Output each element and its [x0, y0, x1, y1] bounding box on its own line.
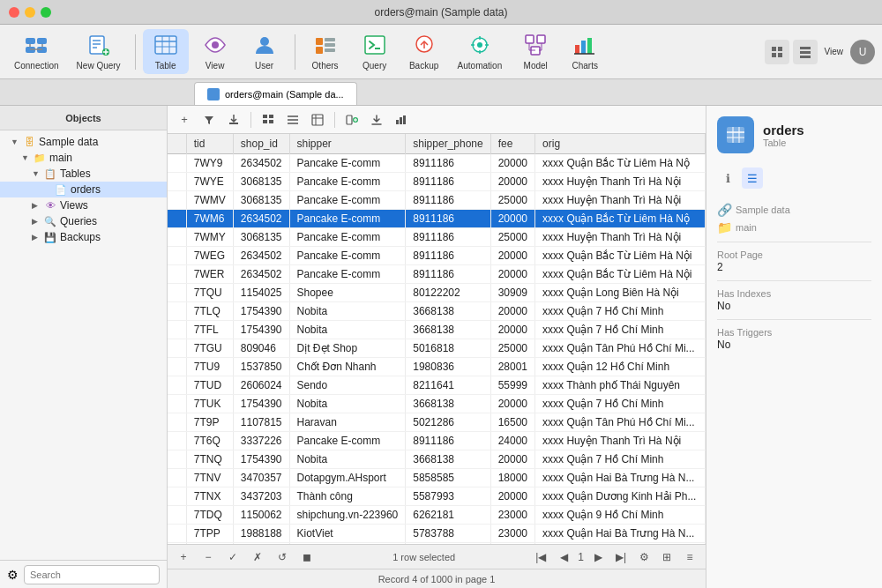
cell-orig[interactable]: xxxx Quận Tân Phú Hồ Chí Mi...: [535, 339, 706, 358]
table-row[interactable]: 7TUK1754390Nobita366813820000xxxx Quận 7…: [168, 395, 706, 413]
cell-tid[interactable]: 7WER: [186, 265, 233, 284]
tab-orders[interactable]: orders@main (Sample da...: [194, 82, 357, 105]
table-row[interactable]: 7WMY3068135Pancake E-comm891118625000xxx…: [168, 228, 706, 247]
cell-shipper_phone[interactable]: 1980836: [406, 358, 490, 376]
col-header-tid[interactable]: tid: [186, 134, 233, 154]
filter-button[interactable]: [199, 110, 219, 130]
table-row[interactable]: 7TNX3437203Thành công558799320000xxxx Qu…: [168, 488, 706, 506]
cell-tid[interactable]: 7WMV: [186, 191, 233, 210]
cell-tid[interactable]: 7TQU: [186, 284, 233, 302]
table-row[interactable]: 7TNQ1754390Nobita366813820000xxxx Quận 7…: [168, 450, 706, 469]
add-column-button[interactable]: [342, 110, 362, 130]
table-row[interactable]: 7WY92634502Pancake E-comm891118620000xxx…: [168, 154, 706, 173]
minimize-button[interactable]: [25, 7, 35, 18]
cell-shipper_phone[interactable]: 5858585: [406, 469, 490, 488]
delete-record-button[interactable]: −: [199, 548, 217, 566]
cell-tid[interactable]: 7TU9: [186, 358, 233, 376]
cell-shop_id[interactable]: 3068135: [233, 228, 289, 247]
view-btn-1[interactable]: [765, 40, 789, 64]
cell-fee[interactable]: 20000: [490, 265, 534, 284]
cell-shop_id[interactable]: 3068135: [233, 191, 289, 210]
cell-tid[interactable]: 7TPP: [186, 525, 233, 543]
cell-shop_id[interactable]: 2634502: [233, 265, 289, 284]
cell-orig[interactable]: xxxx Quận Dương Kinh Hải Ph...: [535, 488, 706, 506]
cell-shipper[interactable]: Pancake E-comm: [289, 228, 406, 247]
cell-shipper_phone[interactable]: 8911186: [406, 247, 490, 265]
toolbar-backup[interactable]: Backup: [401, 29, 447, 74]
cell-tid[interactable]: 7T9P: [186, 413, 233, 432]
cell-row_num[interactable]: [168, 469, 186, 488]
col-header-shop-id[interactable]: shop_id: [233, 134, 289, 154]
cell-tid[interactable]: 7WY9: [186, 154, 233, 173]
grid-view-button[interactable]: [258, 110, 278, 130]
toolbar-user[interactable]: User: [242, 29, 288, 74]
cell-fee[interactable]: 16500: [490, 413, 534, 432]
cell-shipper[interactable]: Pancake E-comm: [289, 173, 406, 191]
table-row[interactable]: 7TDQ1150062shipchung.vn-2239606262181230…: [168, 506, 706, 525]
cell-orig[interactable]: xxxx Quận Bắc Từ Liêm Hà Nội: [535, 247, 706, 265]
cell-fee[interactable]: 23000: [490, 525, 534, 543]
cell-shipper[interactable]: Nobita: [289, 302, 406, 321]
cell-orig[interactable]: xxxx Quận 7 Hồ Chí Minh: [535, 302, 706, 321]
toolbar-charts[interactable]: Charts: [562, 29, 608, 74]
cell-row_num[interactable]: [168, 413, 186, 432]
cell-shipper_phone[interactable]: 8911186: [406, 210, 490, 228]
panel-tab-info[interactable]: ℹ: [717, 167, 738, 189]
table-view-button[interactable]: [308, 110, 327, 130]
col-header-shipper[interactable]: shipper: [289, 134, 406, 154]
stop-button[interactable]: ◼: [298, 548, 316, 566]
cell-tid[interactable]: 7T6Q: [186, 432, 233, 450]
cell-tid[interactable]: 7TNV: [186, 469, 233, 488]
table-row[interactable]: 7TQU1154025Shopee8012220230909xxxx Quận …: [168, 284, 706, 302]
cell-shipper[interactable]: Pancake E-comm: [289, 265, 406, 284]
cell-fee[interactable]: 20000: [490, 488, 534, 506]
cell-row_num[interactable]: [168, 432, 186, 450]
chart-button[interactable]: [392, 110, 411, 130]
cell-row_num[interactable]: [168, 450, 186, 469]
cell-shipper[interactable]: shipchung.vn-223960: [289, 506, 406, 525]
cell-orig[interactable]: xxxx Quận Bắc Từ Liêm Hà Nộ: [535, 154, 706, 173]
cell-shop_id[interactable]: 1988188: [233, 525, 289, 543]
table-row[interactable]: 7WER2634502Pancake E-comm891118620000xxx…: [168, 265, 706, 284]
sidebar-item-views[interactable]: ▶ 👁 Views: [0, 197, 167, 213]
cell-orig[interactable]: xxxx Quận Hai Bà Trưng Hà N...: [535, 525, 706, 543]
toolbar-query[interactable]: Query: [352, 29, 398, 74]
maximize-button[interactable]: [41, 7, 51, 18]
grid-mode-button[interactable]: ⊞: [658, 548, 676, 566]
next-page-button[interactable]: ▶: [589, 548, 607, 566]
cell-tid[interactable]: 7TNQ: [186, 450, 233, 469]
view-btn-2[interactable]: [793, 40, 818, 64]
cell-shipper[interactable]: Nobita: [289, 395, 406, 413]
table-row[interactable]: 7TU91537850Chốt Đơn Nhanh198083628001xxx…: [168, 358, 706, 376]
table-row[interactable]: 7WEG2634502Pancake E-comm891118620000xxx…: [168, 247, 706, 265]
cell-shop_id[interactable]: 1754390: [233, 395, 289, 413]
cell-tid[interactable]: 7TUD: [186, 376, 233, 395]
table-row[interactable]: 7TUD2606024Sendo821164155999xxxx Thành p…: [168, 376, 706, 395]
cell-shop_id[interactable]: 3470357: [233, 469, 289, 488]
cell-shop_id[interactable]: 3068135: [233, 173, 289, 191]
col-header-fee[interactable]: fee: [490, 134, 534, 154]
cell-shipper[interactable]: Pancake E-comm: [289, 191, 406, 210]
cell-shipper_phone[interactable]: 3668138: [406, 321, 490, 339]
sidebar-item-orders[interactable]: 📄 orders: [0, 182, 167, 197]
table-row[interactable]: 7WM62634502Pancake E-comm891118620000xxx…: [168, 210, 706, 228]
cell-orig[interactable]: xxxx Quận 7 Hồ Chí Minh: [535, 450, 706, 469]
discard-button[interactable]: ✗: [249, 548, 266, 566]
cell-row_num[interactable]: [168, 228, 186, 247]
window-controls[interactable]: [9, 7, 51, 18]
cell-fee[interactable]: 55999: [490, 376, 534, 395]
cell-fee[interactable]: 20000: [490, 450, 534, 469]
cell-shipper_phone[interactable]: 80122202: [406, 284, 490, 302]
cell-shop_id[interactable]: 1107815: [233, 413, 289, 432]
cell-orig[interactable]: xxxx Quận Hai Bà Trưng Hà N...: [535, 469, 706, 488]
cell-tid[interactable]: 7WYE: [186, 173, 233, 191]
export-button[interactable]: [224, 110, 243, 130]
toolbar-model[interactable]: Model: [512, 29, 558, 74]
cell-orig[interactable]: xxxx Quận Tân Phú Hồ Chí Mi...: [535, 413, 706, 432]
cell-shipper[interactable]: Sendo: [289, 376, 406, 395]
add-row-button[interactable]: +: [175, 110, 194, 130]
table-row[interactable]: 7T6Q3337226Pancake E-comm891118624000xxx…: [168, 432, 706, 450]
cell-fee[interactable]: 20000: [490, 302, 534, 321]
cell-shipper[interactable]: Pancake E-comm: [289, 247, 406, 265]
cell-shipper_phone[interactable]: 8911186: [406, 228, 490, 247]
